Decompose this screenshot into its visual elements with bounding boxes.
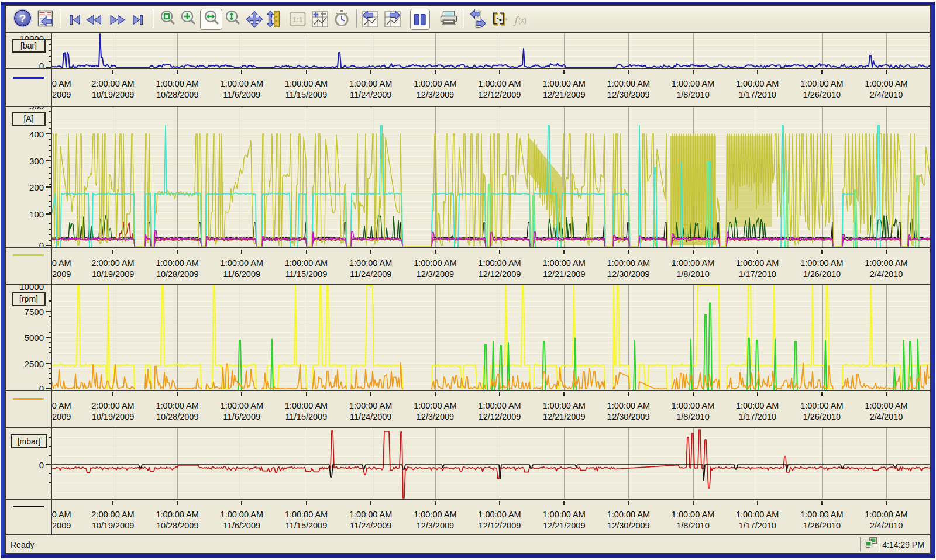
svg-text:?: ? [19, 12, 26, 25]
svg-text:(x): (x) [518, 16, 526, 25]
svg-text:1:1: 1:1 [292, 16, 303, 24]
